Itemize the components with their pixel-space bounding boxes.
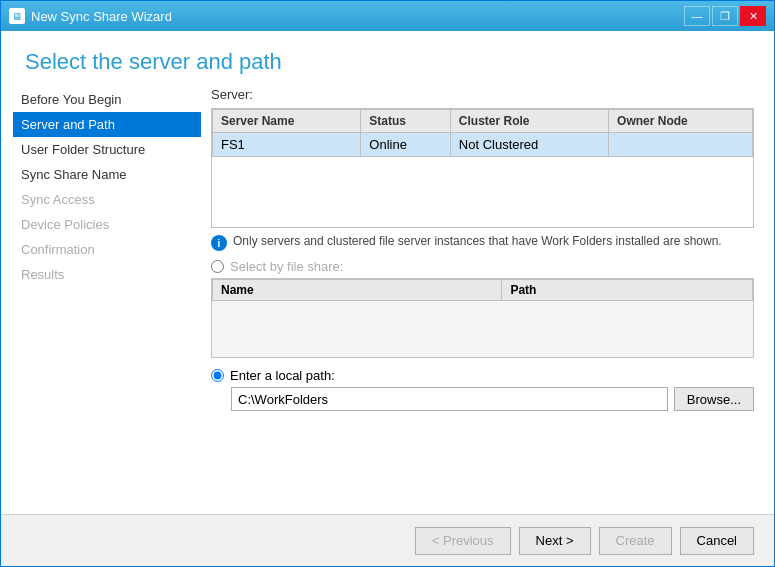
info-row: i Only servers and clustered file server…	[211, 234, 754, 251]
share-table: Name Path	[212, 279, 753, 301]
col-server-name: Server Name	[213, 110, 361, 133]
info-text: Only servers and clustered file server i…	[233, 234, 722, 248]
file-share-label[interactable]: Select by file share:	[230, 259, 343, 274]
cell-owner-node	[609, 133, 753, 157]
server-table: Server Name Status Cluster Role Owner No…	[212, 109, 753, 157]
local-path-input[interactable]	[231, 387, 668, 411]
title-controls: — ❐ ✕	[684, 6, 766, 26]
sidebar-item-sync-access: Sync Access	[13, 187, 201, 212]
sidebar: Before You Begin Server and Path User Fo…	[1, 87, 201, 514]
title-bar: 🖥 New Sync Share Wizard — ❐ ✕	[1, 1, 774, 31]
local-path-section: Enter a local path: Browse...	[211, 368, 754, 411]
window-title: New Sync Share Wizard	[31, 9, 172, 24]
create-button[interactable]: Create	[599, 527, 672, 555]
sidebar-item-sync-share-name[interactable]: Sync Share Name	[13, 162, 201, 187]
content-area: Select the server and path Before You Be…	[1, 31, 774, 514]
local-path-radio-row: Enter a local path:	[211, 368, 754, 383]
share-table-container: Name Path	[211, 278, 754, 358]
footer: < Previous Next > Create Cancel	[1, 514, 774, 566]
server-table-container: Server Name Status Cluster Role Owner No…	[211, 108, 754, 228]
sidebar-item-server-and-path[interactable]: Server and Path	[13, 112, 201, 137]
restore-button[interactable]: ❐	[712, 6, 738, 26]
sidebar-item-user-folder-structure[interactable]: User Folder Structure	[13, 137, 201, 162]
cell-status: Online	[361, 133, 451, 157]
browse-button[interactable]: Browse...	[674, 387, 754, 411]
info-icon: i	[211, 235, 227, 251]
col-status: Status	[361, 110, 451, 133]
app-icon: 🖥	[9, 8, 25, 24]
page-title: Select the server and path	[1, 31, 774, 87]
local-path-radio[interactable]	[211, 369, 224, 382]
file-share-radio-row: Select by file share:	[211, 259, 754, 274]
path-input-row: Browse...	[211, 387, 754, 411]
table-row[interactable]: FS1 Online Not Clustered	[213, 133, 753, 157]
right-panel: Server: Server Name Status Cluster Role …	[201, 87, 774, 514]
cell-cluster-role: Not Clustered	[450, 133, 608, 157]
cancel-button[interactable]: Cancel	[680, 527, 754, 555]
close-button[interactable]: ✕	[740, 6, 766, 26]
share-col-name: Name	[213, 280, 502, 301]
sidebar-item-confirmation: Confirmation	[13, 237, 201, 262]
server-section-label: Server:	[211, 87, 754, 102]
col-owner-node: Owner Node	[609, 110, 753, 133]
main-content: Before You Begin Server and Path User Fo…	[1, 87, 774, 514]
main-window: 🖥 New Sync Share Wizard — ❐ ✕ Select the…	[0, 0, 775, 567]
next-button[interactable]: Next >	[519, 527, 591, 555]
local-path-label[interactable]: Enter a local path:	[230, 368, 335, 383]
share-col-path: Path	[502, 280, 753, 301]
cell-server-name: FS1	[213, 133, 361, 157]
sidebar-item-before-you-begin[interactable]: Before You Begin	[13, 87, 201, 112]
file-share-radio[interactable]	[211, 260, 224, 273]
minimize-button[interactable]: —	[684, 6, 710, 26]
previous-button[interactable]: < Previous	[415, 527, 511, 555]
col-cluster-role: Cluster Role	[450, 110, 608, 133]
title-bar-left: 🖥 New Sync Share Wizard	[9, 8, 172, 24]
sidebar-item-results: Results	[13, 262, 201, 287]
sidebar-item-device-policies: Device Policies	[13, 212, 201, 237]
